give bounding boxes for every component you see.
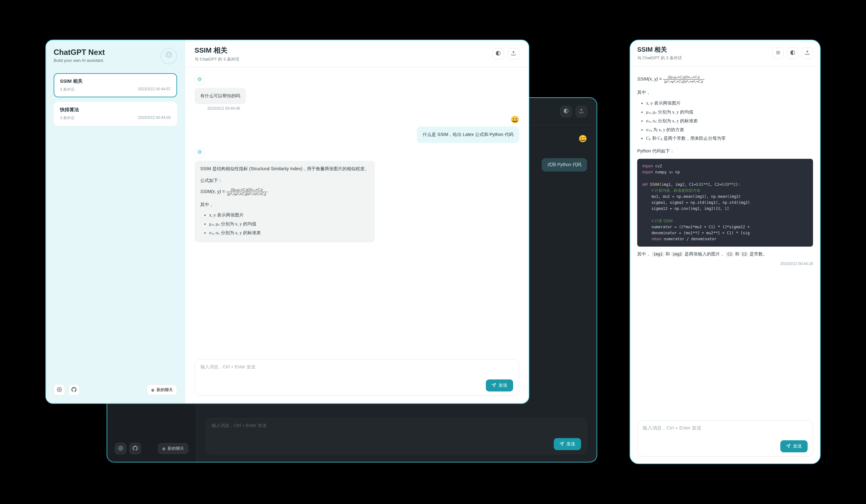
- message-timestamp: 2023/3/22 00:44:28: [637, 261, 813, 267]
- export-button[interactable]: [802, 47, 813, 59]
- send-icon: [491, 383, 496, 388]
- user-message: 式和 Python 代码: [542, 158, 587, 171]
- conversation-title: 快排算法: [60, 107, 171, 113]
- new-chat-button[interactable]: ⊕ 新的聊天: [147, 385, 177, 395]
- github-button[interactable]: [68, 384, 80, 396]
- gear-icon: [118, 446, 123, 452]
- settings-button[interactable]: [54, 384, 65, 396]
- github-button[interactable]: [130, 443, 141, 454]
- settings-button[interactable]: [115, 443, 126, 454]
- mobile-topbar: SSIM 相关 与 ChatGPT 的 3 条对话: [630, 40, 820, 66]
- brand-title: ChatGPT Next: [54, 48, 105, 57]
- app-window-mobile: SSIM 相关 与 ChatGPT 的 3 条对话: [630, 39, 821, 464]
- message-input[interactable]: [643, 425, 808, 440]
- assistant-bubble: SSIM 是结构相似性指标 (Structural Similarity Ind…: [195, 161, 375, 242]
- send-icon: [786, 444, 790, 449]
- theme-icon: [496, 51, 501, 57]
- message-timestamp: 2023/3/22 00:44:08: [207, 106, 240, 111]
- menu-button[interactable]: [773, 47, 784, 59]
- inline-code: C1: [726, 252, 733, 257]
- brand-subtitle: Build your own AI assistant.: [54, 58, 105, 63]
- send-button[interactable]: 发送: [486, 379, 513, 391]
- list-item: x, y 表示两张图片: [209, 211, 369, 219]
- menu-icon: [776, 50, 781, 56]
- conversation-item-0[interactable]: SSIM 相关 3 条对话 2023/3/22 00:44:57: [54, 73, 177, 97]
- theme-button[interactable]: [560, 106, 572, 117]
- conversation-time: 2023/3/22 00:44:57: [138, 87, 171, 92]
- new-chat-label: 新的聊天: [156, 387, 173, 393]
- list-item: C₁ 和 C₂ 是两个常数，用来防止分母为零: [646, 135, 813, 142]
- plus-icon: ⊕: [162, 446, 166, 451]
- list-item: μₓ, μᵧ 分别为 x, y 的均值: [209, 220, 369, 228]
- topbar: SSIM 相关 与 ChatGPT 的 3 条对话: [185, 40, 529, 68]
- where-label: 其中，: [200, 201, 369, 209]
- assistant-avatar: [195, 75, 205, 85]
- where-label: 其中，: [637, 89, 813, 96]
- upload-icon: [511, 51, 516, 57]
- openai-icon: [197, 150, 202, 157]
- openai-icon: [197, 77, 202, 84]
- ssim-formula: SSIM(x, y) = (2μₓμᵧ+C₁)(2σₓᵧ+C₂)(μ²ₓ+μ²ᵧ…: [637, 75, 813, 84]
- send-label: 发送: [793, 444, 802, 449]
- inline-code: C2: [741, 252, 748, 257]
- theme-button[interactable]: [492, 48, 504, 60]
- assistant-message-row: SSIM 是结构相似性指标 (Structural Similarity Ind…: [195, 148, 519, 242]
- send-button[interactable]: 发送: [554, 438, 581, 450]
- page-title: SSIM 相关: [637, 45, 682, 54]
- upload-icon: [805, 50, 810, 56]
- svg-point-5: [59, 389, 60, 390]
- send-label: 发送: [499, 382, 508, 388]
- brand-header: ChatGPT Next Build your own AI assistant…: [54, 48, 177, 64]
- list-item: x, y 表示两张图片: [646, 100, 813, 107]
- conversation-count: 3 条对话: [60, 115, 75, 121]
- send-button[interactable]: 发送: [780, 440, 808, 453]
- export-button[interactable]: [508, 48, 519, 60]
- conversation-item-1[interactable]: 快排算法 3 条对话 2023/3/22 00:44:03: [54, 102, 177, 126]
- python-label: Python 代码如下：: [637, 147, 813, 155]
- conversation-count: 3 条对话: [60, 87, 75, 92]
- list-item: μₓ, μᵧ 分别为 x, y 的均值: [646, 108, 813, 116]
- svg-point-0: [120, 448, 121, 449]
- assistant-message-row: 有什么可以帮你的吗 2023/3/22 00:44:08: [195, 75, 519, 111]
- page-subtitle: 与 ChatGPT 的 3 条对话: [637, 55, 682, 61]
- conversation-title: SSIM 相关: [60, 78, 171, 84]
- sidebar-footer: ⊕ 新的聊天: [54, 384, 177, 396]
- mobile-chat-area[interactable]: SSIM(x, y) = (2μₓμᵧ+C₁)(2σₓᵧ+C₂)(μ²ₓ+μ²ᵧ…: [630, 66, 820, 415]
- inline-code: img1: [652, 252, 664, 257]
- send-label: 发送: [566, 441, 575, 447]
- mobile-composer: 发送: [630, 415, 820, 463]
- assistant-avatar: [195, 148, 205, 158]
- page-subtitle: 与 ChatGPT 的 3 条对话: [195, 56, 239, 62]
- github-icon: [133, 446, 138, 452]
- message-input[interactable]: [212, 423, 581, 438]
- sidebar: ChatGPT Next Build your own AI assistant…: [46, 40, 185, 403]
- new-chat-button[interactable]: ⊕ 新的聊天: [158, 443, 188, 454]
- composer: 发送: [185, 359, 529, 403]
- plus-icon: ⊕: [151, 388, 155, 392]
- theme-icon: [790, 50, 795, 56]
- chat-area[interactable]: 有什么可以帮你的吗 2023/3/22 00:44:08 😀 什么是 SSIM，…: [185, 68, 529, 359]
- user-message-row: 😀 什么是 SSIM，给出 Latex 公式和 Python 代码: [195, 116, 519, 143]
- user-avatar: 😀: [511, 116, 519, 124]
- code-footer: 其中， img1 和 img2 是两张输入的图片， C1 和 C2 是常数。: [637, 250, 813, 258]
- gear-icon: [57, 387, 62, 393]
- user-bubble: 什么是 SSIM，给出 Latex 公式和 Python 代码: [417, 126, 519, 143]
- openai-icon: [164, 51, 174, 61]
- send-icon: [559, 442, 564, 447]
- ssim-formula: SSIM(x, y) = (2μₓμᵧ+C₁)(2σₓᵧ+C₂)(μ²ₓ+μ²ᵧ…: [200, 188, 369, 196]
- message-input[interactable]: [201, 364, 513, 379]
- export-button[interactable]: [576, 106, 587, 117]
- definition-list: x, y 表示两张图片 μₓ, μᵧ 分别为 x, y 的均值 σₓ, σᵧ 分…: [637, 100, 813, 142]
- conversation-list: SSIM 相关 3 条对话 2023/3/22 00:44:57 快排算法 3 …: [54, 73, 177, 126]
- app-window-light: ChatGPT Next Build your own AI assistant…: [45, 39, 529, 404]
- theme-button[interactable]: [787, 47, 798, 59]
- upload-icon: [579, 108, 584, 114]
- page-title: SSIM 相关: [195, 46, 239, 55]
- inline-code: img2: [671, 252, 684, 257]
- assistant-message: SSIM(x, y) = (2μₓμᵧ+C₁)(2σₓᵧ+C₂)(μ²ₓ+μ²ᵧ…: [637, 75, 813, 267]
- list-item: σₓ, σᵧ 分别为 x, y 的标准差: [209, 229, 369, 237]
- user-avatar: 😀: [578, 135, 587, 143]
- composer-dark: 发送: [196, 418, 597, 462]
- definition-list: x, y 表示两张图片 μₓ, μᵧ 分别为 x, y 的均值 σₓ, σᵧ 分…: [200, 211, 369, 237]
- new-chat-label: 新的聊天: [168, 446, 184, 451]
